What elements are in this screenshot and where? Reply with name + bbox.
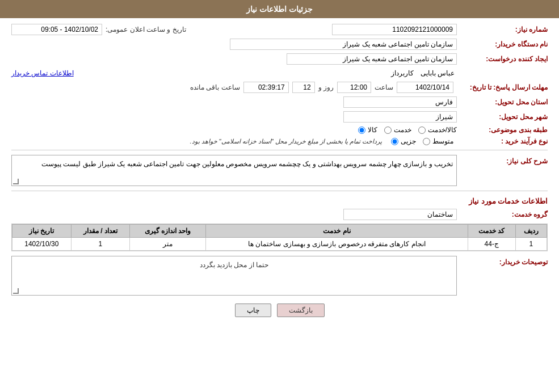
creator-label: ایجاد کننده درخواست:: [457, 55, 548, 63]
col-header-code: کد خدمت: [468, 225, 515, 238]
resize-handle[interactable]: [13, 179, 19, 184]
purchase-jozvi-label: جزیی: [401, 137, 416, 145]
province-value: فارس: [343, 96, 457, 108]
category-kala-label: کالا: [368, 126, 377, 134]
category-label: طبقه بندی موضوعی:: [457, 126, 548, 134]
naz-number-value: 1102092121000009: [332, 24, 457, 35]
category-khedmat-label: خدمت: [394, 126, 411, 134]
cell-name: انجام کارهای متفرقه درخصوص بازسازی و بهس…: [206, 238, 468, 251]
purchase-motavaset-label: متوسط: [432, 137, 453, 145]
category-khedmat-radio[interactable]: [384, 127, 392, 134]
description-text: تخریب و بازسازی چهار چشمه سرویس بهداشتی …: [41, 160, 453, 168]
category-khedmat-option[interactable]: خدمت: [384, 126, 411, 134]
buyer-notes-label: توصیحات خریدار:: [457, 256, 548, 266]
service-group-label: گروه خدمت:: [457, 210, 548, 218]
city-label: شهر محل تحویل:: [457, 113, 548, 121]
category-kala-khedmat-option[interactable]: کالا/خدمت: [418, 126, 457, 134]
deadline-time-label: ساعت: [375, 83, 393, 91]
col-header-row: ردیف: [515, 225, 547, 238]
table-row: 1 ج-44 انجام کارهای متفرقه درخصوص بازساز…: [12, 238, 547, 251]
creator-role: کاربرداز: [389, 68, 416, 78]
deadline-date: 1402/10/14: [397, 82, 453, 93]
deadline-days: 12: [292, 82, 315, 93]
cell-row: 1: [515, 238, 547, 251]
announce-value: 1402/10/02 - 09:05: [11, 24, 102, 35]
purchase-jozvi-option[interactable]: جزیی: [391, 137, 416, 145]
services-section-title: اطلاعات خدمات مورد نیاز: [11, 197, 548, 205]
cell-date: 1402/10/30: [12, 238, 72, 251]
org-name-label: نام دستگاه خریدار:: [457, 40, 548, 48]
purchase-note: پرداخت تمام یا بخشی از مبلغ خریدار محل "…: [190, 138, 382, 145]
org-name-value: سازمان تامین اجتماعی شعبه یک شیراز: [230, 39, 457, 50]
description-box: تخریب و بازسازی چهار چشمه سرویس بهداشتی …: [11, 155, 457, 186]
deadline-remaining-label: ساعت باقی مانده: [190, 83, 240, 91]
page-title: جزئیات اطلاعات نیاز: [246, 5, 313, 14]
province-label: استان محل تحویل:: [457, 98, 548, 106]
city-value: شیراز: [343, 111, 457, 123]
notes-resize-handle[interactable]: [13, 288, 19, 294]
services-table: ردیف کد خدمت نام خدمت واحد اندازه گیری ت…: [11, 224, 548, 251]
deadline-day-label: روز و: [318, 83, 334, 91]
page-header: جزئیات اطلاعات نیاز: [0, 0, 559, 18]
announce-label: تاریخ و ساعت اعلان عمومی:: [106, 26, 186, 33]
purchase-type-group: متوسط جزیی: [391, 137, 453, 145]
creator-name-label: [457, 69, 548, 77]
deadline-time: 12:00: [337, 82, 371, 93]
description-label: شرح کلی نیاز:: [457, 155, 548, 165]
col-header-unit: واحد اندازه گیری: [130, 225, 206, 238]
col-header-name: نام خدمت: [206, 225, 468, 238]
category-kala-radio[interactable]: [358, 127, 365, 134]
deadline-remaining: 02:39:17: [243, 82, 289, 93]
back-button[interactable]: بازگشت: [277, 304, 325, 317]
cell-qty: 1: [71, 238, 129, 251]
naz-number-label: شماره نیاز:: [457, 26, 548, 33]
buyer-notes-text: حتما از محل بازدید بگردد: [14, 259, 454, 271]
creator-name: عباس بابایی: [418, 68, 457, 78]
deadline-label: مهلت ارسال پاسخ: تا تاریخ:: [457, 83, 548, 91]
category-radio-group: کالا/خدمت خدمت کالا: [358, 126, 457, 134]
category-kala-khedmat-radio[interactable]: [418, 127, 426, 134]
purchase-motavaset-radio[interactable]: [423, 138, 430, 145]
action-buttons: بازگشت چاپ: [11, 304, 548, 317]
purchase-jozvi-radio[interactable]: [391, 138, 398, 145]
col-header-qty: تعداد / مقدار: [71, 225, 129, 238]
creator-value: سازمان تامین اجتماعی شعبه یک شیراز: [287, 53, 457, 65]
cell-unit: متر: [130, 238, 206, 251]
cell-code: ج-44: [468, 238, 515, 251]
service-group-value: ساختمان: [343, 209, 457, 220]
col-header-date: تاریخ نیاز: [12, 225, 72, 238]
print-button[interactable]: چاپ: [235, 304, 271, 317]
purchase-type-label: نوع فرآیند خرید :: [457, 137, 548, 145]
category-kala-option[interactable]: کالا: [358, 126, 377, 134]
purchase-motavaset-option[interactable]: متوسط: [423, 137, 453, 145]
category-kala-khedmat-label: کالا/خدمت: [428, 126, 457, 134]
contact-link[interactable]: اطلاعات تماس خریدار: [11, 69, 74, 77]
buyer-notes-box: حتما از محل بازدید بگردد: [11, 256, 457, 296]
